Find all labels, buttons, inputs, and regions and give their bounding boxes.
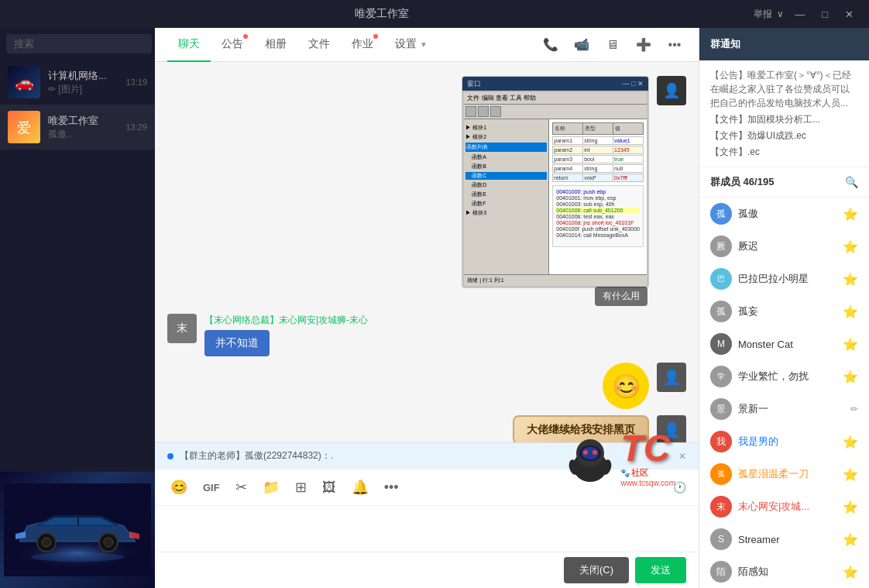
contact-item-computer-net[interactable]: 计算机网络... ✏ [图片] 13:19: [0, 60, 155, 105]
close-chat-btn[interactable]: 关闭(C): [564, 557, 629, 583]
emoji-btn[interactable]: 😊: [167, 476, 191, 499]
maximize-btn[interactable]: □: [816, 5, 834, 23]
contact-msg-text: [图片]: [58, 84, 82, 95]
member-item-guwang[interactable]: 孤 孤妄 ⭐: [699, 295, 869, 328]
msg-row-tooltip: 有什么用: [167, 287, 647, 306]
screen-share-btn[interactable]: 🖥: [601, 33, 624, 57]
svg-text:爱: 爱: [17, 120, 31, 136]
phone-btn[interactable]: 📞: [539, 33, 562, 57]
close-btn[interactable]: ✕: [839, 5, 860, 23]
contact-info-weiai: 唯爱工作室 孤傲..: [48, 114, 118, 141]
search-input[interactable]: [6, 34, 152, 53]
add-member-btn[interactable]: ➕: [632, 33, 655, 57]
member-list: 孤 孤傲 ⭐ 厥 厥迟 ⭐ 巴 巴拉巴拉小明星 ⭐ 孤 孤妄 ⭐: [699, 198, 869, 588]
more-btn[interactable]: •••: [663, 33, 686, 57]
member-name-guxinglei: 孤星泪温柔一刀: [738, 467, 836, 481]
report-btn[interactable]: 举报: [754, 8, 772, 21]
scissors-btn[interactable]: ✂: [232, 476, 250, 499]
bell-btn[interactable]: 🔔: [349, 476, 372, 499]
tab-homework[interactable]: 作业: [341, 28, 384, 62]
message-input[interactable]: [155, 505, 699, 552]
member-avatar-moxin-list: 末: [710, 496, 732, 518]
more-toolbar-btn[interactable]: •••: [381, 476, 402, 499]
chat-area: 聊天 公告 相册 文件 作业 设置 ▼ 📞 📹: [155, 28, 699, 588]
notice-file-2[interactable]: 【文件】劲爆UI成跌.ec: [710, 129, 858, 143]
member-star-jueci: ⭐: [843, 239, 858, 254]
member-star-woshinande: ⭐: [843, 435, 858, 449]
tab-notice[interactable]: 公告: [211, 28, 254, 62]
notice-announcement: 【公告】唯爱工作室(＞°∀°)＜已经在崛起之家入驻了各位赞成员可以把自己的作品发…: [710, 68, 858, 110]
tab-settings[interactable]: 设置 ▼: [384, 28, 438, 62]
member-item-moganzhi[interactable]: 陌 陌感知 ⭐: [699, 555, 869, 588]
settings-arrow: ▼: [420, 40, 428, 49]
member-item-woshinande[interactable]: 我 我是男的 ⭐: [699, 425, 869, 458]
contact-time: 13:19: [125, 77, 147, 87]
member-item-guxinglei[interactable]: 孤 孤星泪温柔一刀 ⭐: [699, 458, 869, 490]
title-bar: 唯爱工作室 举报 ∨ — □ ✕: [0, 0, 869, 28]
contact-list: 计算机网络... ✏ [图片] 13:19: [0, 60, 155, 472]
member-item-jingxinyi[interactable]: 景 景新一 ✏: [699, 393, 869, 425]
msg-content-sticker: 😊: [603, 363, 649, 409]
msg-avatar-me-1: 👤: [657, 76, 686, 105]
sidebar: + 计算机网络... ✏ [图片] 13:19: [0, 28, 155, 588]
member-name-balabala: 巴拉巴拉小明星: [738, 272, 836, 286]
member-name-guao: 孤傲: [738, 207, 836, 221]
member-item-moxin[interactable]: 末 末心网安|攻城... ⭐: [699, 490, 869, 523]
member-name-guwang: 孤妄: [738, 304, 836, 318]
member-name-moxin: 末心网安|攻城...: [738, 500, 836, 514]
contact-msg-weiai: 孤傲..: [48, 128, 118, 141]
member-item-streamer[interactable]: S Streamer ⭐: [699, 523, 869, 555]
msg-sender-name: 【末心网络总裁】末心网安|攻城狮-末心: [204, 314, 368, 327]
contact-avatar-computer-net: [8, 66, 40, 98]
member-star-guao: ⭐: [843, 207, 858, 222]
member-avatar-balabala: 巴: [710, 268, 732, 290]
grid-btn[interactable]: ⊞: [292, 476, 310, 499]
gif-btn[interactable]: GIF: [200, 479, 223, 497]
members-search-btn[interactable]: 🔍: [845, 176, 858, 188]
member-item-xuye[interactable]: 学 学业繁忙，勿扰 ⭐: [699, 360, 869, 393]
svg-point-7: [104, 538, 113, 547]
msg-row-screenshot: 👤 窗口 — □ ✕ 文件 编辑 查看 工具 帮助: [167, 76, 686, 288]
member-name-xuye: 学业繁忙，勿扰: [738, 370, 836, 383]
title-bar-controls: 举报 ∨ — □ ✕: [754, 5, 860, 23]
right-panel-header: 群通知: [699, 28, 869, 60]
tab-chat[interactable]: 聊天: [167, 28, 211, 62]
msg-sticker: 😊: [603, 363, 649, 409]
report-chevron[interactable]: ∨: [777, 9, 784, 19]
minimize-btn[interactable]: —: [788, 5, 811, 23]
notification-dot: [167, 453, 173, 459]
msg-avatar-me-2: 👤: [657, 415, 686, 442]
member-item-guao[interactable]: 孤 孤傲 ⭐: [699, 198, 869, 230]
sidebar-search-bar: +: [0, 28, 155, 60]
tooltip-youshemeyong: 有什么用: [595, 287, 647, 306]
msg-avatar-moxin: 末: [167, 314, 197, 343]
msg-row-dalao: 👤 大佬继续给我安排黑页: [167, 415, 686, 442]
sidebar-car-image: [0, 472, 155, 588]
image-btn[interactable]: 🖼: [319, 476, 339, 499]
member-item-jueci[interactable]: 厥 厥迟 ⭐: [699, 230, 869, 263]
member-item-balabala[interactable]: 巴 巴拉巴拉小明星 ⭐: [699, 263, 869, 295]
notice-file-1[interactable]: 【文件】加固模块分析工...: [710, 113, 858, 126]
messages-area: 👤 窗口 — □ ✕ 文件 编辑 查看 工具 帮助: [155, 62, 699, 442]
tab-album[interactable]: 相册: [254, 28, 297, 62]
clock-btn[interactable]: 🕐: [673, 481, 686, 493]
member-avatar-xuye: 学: [710, 366, 732, 387]
notification-text: 【群主的老师】孤傲(2292744832)：.: [180, 449, 333, 462]
member-avatar-guao: 孤: [710, 203, 732, 225]
notice-file-3[interactable]: 【文件】.ec: [710, 146, 858, 159]
member-star-guxinglei: ⭐: [843, 467, 858, 482]
notice-section: 【公告】唯爱工作室(＞°∀°)＜已经在崛起之家入驻了各位赞成员可以把自己的作品发…: [699, 60, 869, 167]
video-btn[interactable]: 📹: [570, 33, 593, 57]
send-btn[interactable]: 发送: [635, 557, 686, 583]
folder-btn[interactable]: 📁: [259, 476, 283, 499]
member-star-guwang: ⭐: [843, 304, 858, 319]
member-star-balabala: ⭐: [843, 272, 858, 287]
member-item-monstercat[interactable]: M Monster Cat ⭐: [699, 328, 869, 360]
tab-files[interactable]: 文件: [297, 28, 341, 62]
msg-content-dalao: 大佬继续给我安排黑页: [513, 415, 649, 442]
contact-item-weiai[interactable]: 爱 唯爱工作室 孤傲.. 13:29: [0, 105, 155, 150]
member-avatar-monstercat: M: [710, 333, 732, 355]
close-notification-btn[interactable]: ✕: [678, 451, 686, 462]
member-avatar-moganzhi: 陌: [710, 561, 732, 583]
screenshot-image[interactable]: 窗口 — □ ✕ 文件 编辑 查看 工具 帮助: [462, 76, 649, 288]
